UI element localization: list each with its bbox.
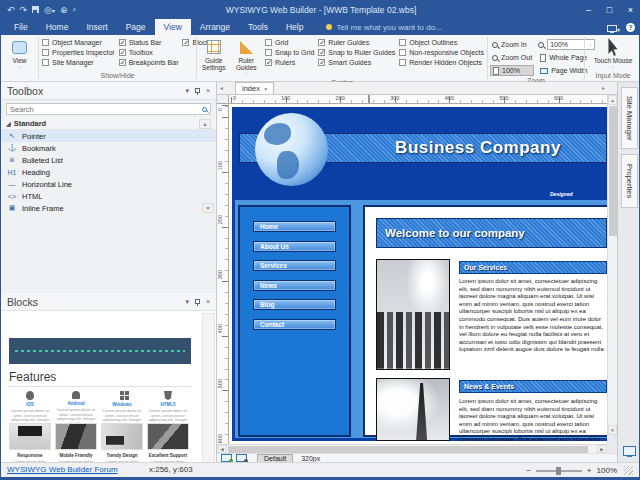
checkbox-ruler-guides[interactable]: Ruler Guides [318, 39, 395, 46]
undo-icon[interactable]: ↶ [7, 5, 15, 15]
toolbox-item-heading[interactable]: H1Heading [1, 166, 216, 178]
tab-scroll-left-icon[interactable]: ◂ [220, 84, 223, 91]
toolbox-section-standard[interactable]: ◢ Standard ▲ [1, 118, 216, 130]
close-button[interactable]: × [620, 0, 640, 19]
ribbon-tab-home[interactable]: Home [37, 19, 78, 35]
help-icon[interactable]: ? [626, 23, 635, 32]
news-paragraph[interactable]: Lorem ipsum dolor sit amet, consectetuer… [459, 398, 607, 441]
resize-grip[interactable] [624, 466, 633, 475]
tab-site-manager[interactable]: Site Manager [621, 87, 638, 149]
block-thumbnail-divider[interactable] [9, 338, 191, 364]
page-nav-panel[interactable]: HomeAbout UsServicesNewsBlogContact [238, 205, 351, 437]
scroll-up-icon[interactable]: ▲ [199, 119, 211, 129]
zoom-in-button[interactable]: Zoom In [490, 39, 534, 50]
checkbox-render-hidden-objects[interactable]: Render Hidden Objects [399, 59, 484, 66]
ribbon-tab-tools[interactable]: Tools [239, 19, 277, 35]
vertical-ruler[interactable]: 0100200300400500600 [217, 104, 229, 444]
pin-icon[interactable] [195, 299, 200, 304]
services-paragraph[interactable]: Lorem ipsum dolor sit amet, consectetuer… [459, 278, 607, 354]
ribbon-tab-insert[interactable]: Insert [77, 19, 116, 35]
scrollbar-thumb[interactable] [609, 106, 617, 236]
services-banner[interactable]: Our Services [459, 261, 607, 274]
close-tab-icon[interactable]: × [264, 86, 268, 92]
checkbox-rulers[interactable]: Rulers [265, 59, 314, 66]
horizontal-scrollbar[interactable]: ◀ ▶ [217, 444, 607, 453]
checkbox-breakpoints-bar[interactable]: Breakpoints Bar [119, 59, 179, 66]
checkbox-grid[interactable]: Grid [265, 39, 314, 46]
responsive-preview-icon[interactable] [623, 446, 636, 456]
minimize-button[interactable]: – [578, 0, 599, 19]
guide-settings-button[interactable]: Guide Settings [197, 37, 231, 71]
ribbon-tab-page[interactable]: Page [117, 19, 155, 35]
remove-breakpoint-icon[interactable] [236, 454, 247, 462]
zoom-slider-thumb[interactable] [556, 467, 561, 475]
search-input[interactable] [10, 105, 202, 114]
toolbox-item-inline-frame[interactable]: ▣Inline Frame [1, 202, 216, 214]
ruler-guides-button[interactable]: Ruler Guides▾ [231, 37, 263, 78]
design-viewport[interactable]: Business Company Designed HomeAbout UsSe… [229, 104, 607, 444]
nav-button-services[interactable]: Services [253, 260, 336, 271]
zoom-out-button[interactable]: Zoom Out [490, 52, 534, 63]
ribbon-tab-help[interactable]: Help [277, 19, 312, 35]
redo-icon[interactable]: ↷ [20, 5, 28, 15]
panel-menu-icon[interactable]: ▾ [185, 87, 189, 95]
breakpoint-320-button[interactable]: 320px [297, 455, 324, 462]
scroll-left-icon[interactable]: ◀ [217, 445, 227, 453]
page-tab-index[interactable]: index × [235, 82, 274, 94]
forum-link[interactable]: WYSIWYG Web Builder Forum [7, 465, 118, 474]
view-button[interactable]: View▾ [10, 37, 29, 71]
ribbon-tab-arrange[interactable]: Arrange [191, 19, 239, 35]
close-panel-icon[interactable]: × [206, 87, 210, 94]
checkbox-status-bar[interactable]: Status Bar [119, 39, 179, 46]
pin-icon[interactable] [195, 88, 200, 93]
checkbox-properties-inspector[interactable]: Properties Inspector [42, 49, 115, 56]
nav-button-blog[interactable]: Blog [253, 299, 336, 310]
preview-icon[interactable]: ◎▾ [44, 5, 55, 15]
publish-icon[interactable]: ⊕ [60, 5, 68, 15]
scroll-down-icon[interactable]: ▼ [608, 425, 617, 435]
search-icon[interactable] [202, 107, 207, 112]
vertical-scrollbar[interactable]: ▲ ▼ [607, 95, 617, 435]
checkbox-toolbox[interactable]: Toolbox [119, 49, 179, 56]
blocks-scrollbar[interactable] [202, 313, 215, 480]
panel-menu-icon[interactable]: ▾ [185, 298, 189, 306]
checkbox-snap-to-grid[interactable]: Snap to Grid [265, 49, 314, 56]
toolbox-item-pointer[interactable]: ↖Pointer [1, 130, 216, 142]
nav-button-contact[interactable]: Contact [253, 319, 336, 330]
toolbox-item-bookmark[interactable]: ⚓Bookmark [1, 142, 216, 154]
horizontal-ruler[interactable]: 0100200300400500600700 [229, 95, 607, 104]
checkbox-site-manager[interactable]: Site Manager [42, 59, 115, 66]
checkbox-object-outlines[interactable]: Object Outlines [399, 39, 484, 46]
close-panel-icon[interactable]: × [206, 298, 210, 305]
tab-scroll-right-icon[interactable]: ▸ [602, 84, 605, 91]
checkbox-snap-to-ruler-guides[interactable]: Snap to Ruler Guides [318, 49, 395, 56]
ribbon-tab-file[interactable]: File [5, 19, 37, 35]
nav-button-home[interactable]: Home [253, 221, 336, 232]
save-icon[interactable] [32, 6, 39, 13]
tell-me-search[interactable]: Tell me what you want to do... [326, 19, 441, 35]
customize-qat-icon[interactable]: ▾ [73, 6, 77, 14]
scroll-right-icon[interactable]: ▶ [597, 445, 607, 453]
zoom-100-button[interactable]: 100% [490, 65, 534, 76]
skyscraper-photo[interactable] [376, 378, 450, 441]
zoom-slider[interactable] [536, 470, 582, 472]
tab-properties[interactable]: Properties [621, 154, 638, 208]
checkbox-non-responsive-objects[interactable]: Non-responsive Objects [399, 49, 484, 56]
touch-mouse-button[interactable]: Touch Mouse▾ [592, 37, 635, 71]
add-breakpoint-icon[interactable]: + [221, 454, 232, 462]
toolbox-search[interactable] [6, 103, 211, 115]
zoom-in-icon[interactable]: + [587, 466, 592, 475]
ribbon-tab-view[interactable]: View [155, 19, 191, 35]
globe-logo[interactable] [255, 113, 328, 186]
scroll-down-icon[interactable]: ▼ [202, 203, 214, 213]
display-mode-icon[interactable]: ▾ [607, 18, 620, 36]
company-title[interactable]: Business Company [352, 138, 604, 158]
toolbox-item-bulleted-list[interactable]: ≣Bulleted List [1, 154, 216, 166]
nav-button-about-us[interactable]: About Us [253, 241, 336, 252]
scroll-up-icon[interactable]: ▲ [608, 95, 617, 105]
city-photo[interactable] [376, 259, 450, 370]
scrollbar-thumb[interactable] [228, 446, 588, 453]
toolbox-item-html[interactable]: <>HTML [1, 190, 216, 202]
web-page[interactable]: Business Company Designed HomeAbout UsSe… [232, 107, 607, 441]
nav-button-news[interactable]: News [253, 280, 336, 291]
